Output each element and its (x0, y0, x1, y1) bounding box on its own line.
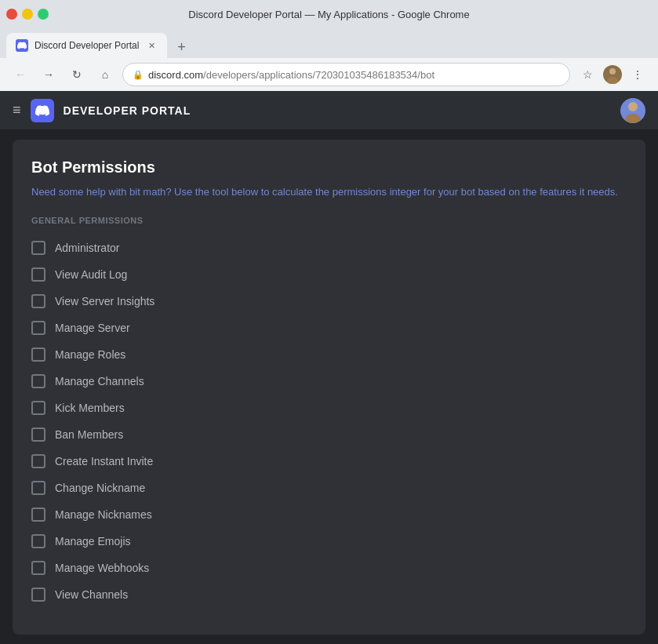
page-title: Bot Permissions (31, 158, 627, 176)
checkbox-manage-nicknames[interactable] (31, 508, 45, 522)
checkbox-change-nickname[interactable] (31, 481, 45, 495)
permission-item: Kick Members (31, 395, 627, 421)
checkbox-manage-webhooks[interactable] (31, 561, 45, 575)
label-kick-members[interactable]: Kick Members (55, 402, 125, 414)
forward-button[interactable]: → (38, 64, 60, 86)
new-tab-button[interactable]: + (170, 36, 192, 58)
home-button[interactable]: ⌂ (94, 64, 116, 86)
label-manage-webhooks[interactable]: Manage Webhooks (55, 562, 149, 574)
discord-logo (31, 99, 54, 122)
permission-item: Manage Nicknames (31, 501, 627, 528)
checkbox-manage-server[interactable] (31, 321, 45, 335)
label-change-nickname[interactable]: Change Nickname (55, 482, 145, 494)
permission-item: Manage Webhooks (31, 555, 627, 581)
svg-point-0 (609, 68, 616, 75)
toolbar-icons: ☆ ⋮ (576, 64, 649, 86)
label-view-audit-log[interactable]: View Audit Log (55, 268, 127, 281)
checkbox-manage-emojis[interactable] (31, 534, 45, 548)
permission-item: Manage Emojis (31, 528, 627, 555)
checkbox-create-instant-invite[interactable] (31, 454, 45, 468)
tab-favicon (16, 39, 28, 52)
discord-header: ≡ DEVELOPER PORTAL (0, 91, 658, 130)
active-tab[interactable]: Discord Developer Portal ✕ (6, 33, 167, 58)
checkbox-view-audit-log[interactable] (31, 267, 45, 282)
url-path: /developers/applications/720301035486183… (203, 69, 434, 81)
menu-icon[interactable]: ⋮ (627, 64, 649, 86)
window-controls[interactable] (6, 9, 49, 20)
general-permissions-label: GENERAL PERMISSIONS (31, 216, 627, 225)
permission-item: View Channels (31, 581, 627, 608)
minimize-button[interactable] (22, 9, 33, 20)
permission-item: Manage Server (31, 315, 627, 341)
permission-item: Create Instant Invite (31, 448, 627, 475)
permission-item: Administrator (31, 235, 627, 261)
checkbox-kick-members[interactable] (31, 401, 45, 415)
label-manage-roles[interactable]: Manage Roles (55, 348, 125, 361)
close-button[interactable] (6, 9, 17, 20)
svg-point-1 (607, 77, 618, 84)
maximize-button[interactable] (38, 9, 49, 20)
address-bar: ← → ↻ ⌂ 🔒 discord.com/developers/applica… (0, 58, 658, 91)
svg-point-2 (628, 102, 638, 111)
checkbox-ban-members[interactable] (31, 428, 45, 442)
permissions-list: AdministratorView Audit LogView Server I… (31, 235, 627, 608)
url-domain: discord.com (148, 69, 203, 81)
hamburger-icon[interactable]: ≡ (13, 102, 21, 118)
permission-item: Manage Channels (31, 368, 627, 395)
permission-item: View Server Insights (31, 288, 627, 315)
main-content: Bot Permissions Need some help with bit … (13, 140, 645, 635)
checkbox-manage-roles[interactable] (31, 347, 45, 362)
checkbox-administrator[interactable] (31, 241, 45, 255)
permission-item: Ban Members (31, 421, 627, 448)
label-administrator[interactable]: Administrator (55, 242, 119, 254)
label-manage-server[interactable]: Manage Server (55, 322, 130, 334)
title-bar: Discord Developer Portal — My Applicatio… (0, 0, 658, 28)
profile-icon[interactable] (602, 64, 623, 86)
checkbox-view-channels[interactable] (31, 588, 45, 602)
label-manage-emojis[interactable]: Manage Emojis (55, 535, 131, 548)
label-ban-members[interactable]: Ban Members (55, 428, 123, 441)
discord-header-title: DEVELOPER PORTAL (64, 104, 191, 117)
tab-bar: Discord Developer Portal ✕ + (0, 28, 658, 58)
svg-point-3 (625, 114, 641, 123)
back-button[interactable]: ← (9, 64, 31, 86)
star-icon[interactable]: ☆ (576, 64, 598, 86)
window-title: Discord Developer Portal — My Applicatio… (188, 9, 469, 20)
label-view-channels[interactable]: View Channels (55, 588, 128, 601)
checkbox-view-server-insights[interactable] (31, 294, 45, 308)
discord-header-avatar[interactable] (620, 98, 645, 123)
lock-icon: 🔒 (133, 70, 144, 80)
refresh-button[interactable]: ↻ (66, 64, 88, 86)
permission-item: Manage Roles (31, 341, 627, 368)
tab-close-button[interactable]: ✕ (145, 39, 158, 52)
help-text: Need some help with bit math? Use the to… (31, 184, 627, 200)
label-manage-nicknames[interactable]: Manage Nicknames (55, 508, 152, 521)
label-manage-channels[interactable]: Manage Channels (55, 375, 144, 387)
url-text: discord.com/developers/applications/7203… (148, 69, 434, 81)
label-view-server-insights[interactable]: View Server Insights (55, 295, 155, 307)
label-create-instant-invite[interactable]: Create Instant Invite (55, 455, 153, 468)
url-bar[interactable]: 🔒 discord.com/developers/applications/72… (122, 63, 570, 86)
permission-item: Change Nickname (31, 475, 627, 501)
checkbox-manage-channels[interactable] (31, 374, 45, 388)
permission-item: View Audit Log (31, 261, 627, 288)
tab-label: Discord Developer Portal (35, 40, 139, 51)
